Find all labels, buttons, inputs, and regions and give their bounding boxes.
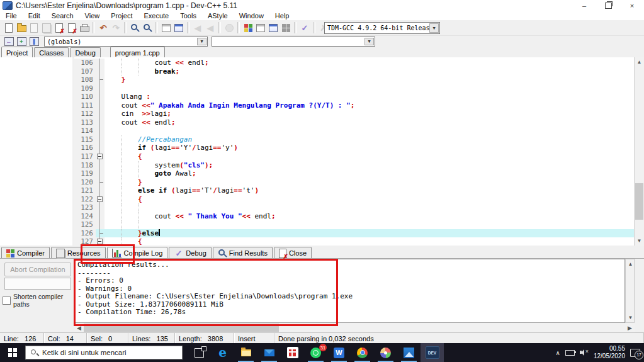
compile-and-run-icon[interactable] <box>267 21 280 35</box>
fold-collapse-icon[interactable] <box>97 154 103 159</box>
fold-column[interactable] <box>96 84 105 93</box>
line-number[interactable]: 120 <box>74 178 96 187</box>
fold-column[interactable] <box>96 59 105 67</box>
menu-file[interactable]: File <box>0 12 23 20</box>
line-number[interactable]: 122 <box>74 195 96 204</box>
tab-debug[interactable]: ✓Debug <box>169 247 211 258</box>
line-number[interactable]: 121 <box>74 186 96 195</box>
fold-column[interactable] <box>96 101 105 110</box>
paint3d-icon[interactable] <box>374 343 397 362</box>
print-icon[interactable] <box>78 21 91 35</box>
tray-chevron-icon[interactable]: ∧ <box>556 349 560 356</box>
gift-app-icon[interactable] <box>281 343 304 362</box>
tab-project[interactable]: Project <box>1 47 33 57</box>
fold-column[interactable] <box>96 212 105 221</box>
file-explorer-icon[interactable] <box>234 343 257 362</box>
menu-help[interactable]: Help <box>269 12 295 20</box>
notification-center-icon[interactable]: 17 <box>630 349 640 357</box>
battery-icon[interactable] <box>565 350 575 356</box>
photos-icon[interactable] <box>397 343 421 362</box>
fold-column[interactable] <box>96 203 105 212</box>
close-button[interactable]: × <box>620 0 644 11</box>
fold-column[interactable] <box>96 135 105 144</box>
fold-column[interactable] <box>96 169 105 178</box>
menu-tools[interactable]: Tools <box>174 12 202 20</box>
fold-column[interactable] <box>96 152 105 161</box>
log-vertical-scrollbar[interactable]: ▲ ▼ <box>625 259 635 323</box>
tab-classes[interactable]: Classes <box>34 47 69 57</box>
tab-compiler[interactable]: Compiler <box>1 247 50 258</box>
line-number[interactable]: 114 <box>74 127 96 135</box>
goto-line-icon[interactable] <box>160 21 172 35</box>
menu-view[interactable]: View <box>79 12 106 20</box>
fold-column[interactable] <box>96 118 105 127</box>
line-number[interactable]: 111 <box>74 101 96 110</box>
members-select[interactable]: ▼ <box>212 37 375 47</box>
menu-window[interactable]: Window <box>234 12 269 20</box>
fold-collapse-icon[interactable] <box>97 239 103 244</box>
fold-collapse-icon[interactable] <box>97 196 103 202</box>
task-view-button[interactable] <box>188 343 211 362</box>
tab-compile-log[interactable]: Compile Log <box>107 247 168 258</box>
volume-muted-icon[interactable] <box>580 349 589 356</box>
tab-debug[interactable]: Debug <box>70 47 100 57</box>
code-editor[interactable]: 106 cout << endl;107 break;108 }109110 U… <box>74 57 635 246</box>
scroll-right-icon[interactable]: ▶ <box>625 323 635 332</box>
fold-column[interactable] <box>96 76 105 84</box>
fold-column[interactable] <box>96 144 105 152</box>
fold-column[interactable] <box>96 178 105 187</box>
fold-column[interactable] <box>96 161 105 170</box>
chevron-down-icon[interactable]: ▼ <box>364 38 374 45</box>
fold-column[interactable] <box>96 67 105 76</box>
close-file-icon[interactable] <box>53 21 65 35</box>
whatsapp-icon[interactable]: 31 <box>304 343 327 362</box>
fold-column[interactable] <box>96 110 105 118</box>
swap-header-source-icon[interactable] <box>172 21 185 35</box>
taskbar-search-input[interactable]: Ketik di sini untuk mencari <box>25 346 183 359</box>
fold-column[interactable] <box>96 237 105 246</box>
shorten-paths-checkbox[interactable] <box>3 297 11 305</box>
tab-close[interactable]: Close <box>274 247 312 258</box>
run-icon[interactable] <box>254 21 267 35</box>
line-number[interactable]: 119 <box>74 169 96 178</box>
compiler-select[interactable]: TDM-GCC 4.9.2 64-bit Release ▼ <box>324 22 440 34</box>
new-file-icon[interactable] <box>3 21 15 35</box>
line-number[interactable]: 112 <box>74 110 96 118</box>
line-number[interactable]: 126 <box>74 229 96 238</box>
line-number[interactable]: 110 <box>74 93 96 101</box>
chevron-down-icon[interactable]: ▼ <box>197 38 206 45</box>
open-file-icon[interactable] <box>15 21 28 35</box>
line-number[interactable]: 106 <box>74 59 96 67</box>
line-number[interactable]: 113 <box>74 118 96 127</box>
line-number[interactable]: 125 <box>74 220 96 229</box>
restore-button[interactable] <box>596 0 620 11</box>
scroll-left-icon[interactable]: ◀ <box>74 323 84 332</box>
fold-column[interactable] <box>96 93 105 101</box>
globals-select[interactable]: (globals) ▼ <box>44 37 208 47</box>
syntax-check-icon[interactable]: ✓ <box>298 21 311 35</box>
line-number[interactable]: 108 <box>74 76 96 84</box>
project-panel[interactable] <box>0 57 73 246</box>
editor-scrollbar[interactable]: ▲ ▼ <box>634 57 644 246</box>
taskbar-clock[interactable]: 00.55 12/05/2020 <box>594 345 625 360</box>
scroll-up-icon[interactable]: ▲ <box>635 57 644 67</box>
replace-icon[interactable] <box>141 21 154 35</box>
line-number[interactable]: 124 <box>74 212 96 221</box>
line-number[interactable]: 107 <box>74 67 96 76</box>
scroll-down-icon[interactable]: ▼ <box>626 313 635 322</box>
line-number[interactable]: 109 <box>74 84 96 93</box>
fold-column[interactable] <box>96 127 105 135</box>
menu-project[interactable]: Project <box>105 12 138 20</box>
line-number[interactable]: 117 <box>74 152 96 161</box>
rebuild-all-icon[interactable] <box>280 21 292 35</box>
fold-column[interactable] <box>96 229 105 238</box>
line-number[interactable]: 118 <box>74 161 96 170</box>
find-icon[interactable] <box>128 21 141 35</box>
close-all-icon[interactable] <box>65 21 78 35</box>
menu-edit[interactable]: Edit <box>23 12 46 20</box>
menu-execute[interactable]: Execute <box>138 12 174 20</box>
line-number[interactable]: 127 <box>74 237 96 246</box>
mail-icon[interactable] <box>257 343 281 362</box>
fold-column[interactable] <box>96 220 105 229</box>
edge-icon[interactable]: e <box>211 343 234 362</box>
